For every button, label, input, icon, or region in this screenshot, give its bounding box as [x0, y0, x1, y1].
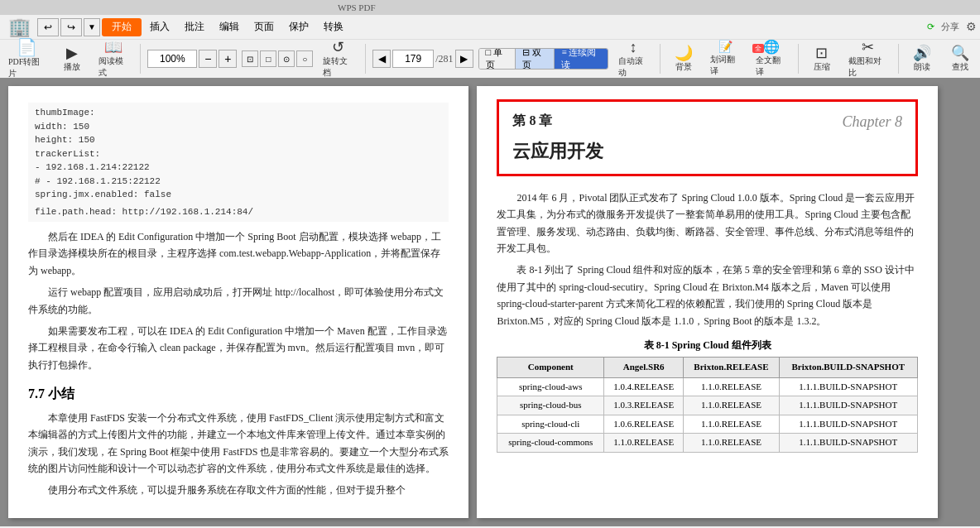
cell-angel: 1.0.3.RELEASE — [604, 396, 684, 415]
page-menu[interactable]: 页面 — [247, 20, 281, 34]
left-page: thumbImage: width: 150 height: 150 track… — [8, 86, 468, 518]
background-icon: 🌙 — [675, 46, 693, 60]
compress-label: 压缩 — [814, 61, 830, 73]
settings-icon[interactable]: ⚙ — [966, 20, 977, 34]
protect-menu[interactable]: 保护 — [282, 20, 315, 34]
edit-menu[interactable]: 编辑 — [213, 20, 246, 34]
share-button[interactable]: 分享 — [941, 21, 959, 33]
background-button[interactable]: 🌙 背景 — [667, 42, 700, 75]
find-label: 查找 — [952, 61, 968, 73]
office-icon: 🏢 — [8, 17, 31, 38]
separator3 — [660, 44, 661, 74]
word-translate-icon: 📝 — [718, 41, 733, 53]
code-line1: thumbImage: — [35, 106, 442, 120]
col-component: Component — [497, 358, 604, 378]
table-row: spring-cloud-commons 1.1.0.RELEASE 1.1.0… — [497, 434, 917, 453]
intro-para2: 表 8-1 列出了 Spring Cloud 组件和对应的版本，在第 5 章的安… — [497, 262, 917, 329]
cell-snapshot: 1.1.1.BUILD-SNAPSHOT — [779, 377, 917, 396]
audio-icon: 🔊 — [913, 46, 931, 60]
section-title: 7.7 小结 — [28, 383, 449, 405]
separator1 — [140, 44, 141, 74]
pdf-to-image-button[interactable]: 📄 PDF转图片 — [3, 42, 50, 75]
zoom-in-button[interactable]: + — [219, 50, 237, 68]
cell-angel: 1.0.6.RELEASE — [604, 415, 684, 434]
code-line2: width: 150 — [35, 120, 442, 134]
zoom-out-button[interactable]: − — [199, 50, 217, 68]
prev-page-button[interactable]: ◀ — [372, 50, 391, 68]
redo-button[interactable]: ↪ — [60, 18, 82, 36]
col-angel: Angel.SR6 — [604, 358, 684, 378]
chapter-num: 第 8 章 — [512, 110, 603, 132]
word-translate-label: 划词翻译 — [710, 54, 741, 77]
read-aloud-button[interactable]: 🔊 朗读 — [906, 42, 939, 75]
toolbar-row2: 📄 PDF转图片 ▶ 播放 📖 阅读模式 − + ⊡ □ ⊙ ○ ↺ 旋转文档 … — [0, 40, 980, 78]
read-aloud-label: 朗读 — [914, 61, 930, 73]
screenshot-button[interactable]: ✂ 截图和对比 — [843, 42, 891, 75]
zoom-input[interactable] — [147, 50, 197, 68]
single-page-button[interactable]: □ 单页 — [479, 49, 516, 69]
rotate-button[interactable]: ↺ 旋转文档 — [318, 42, 358, 75]
find-button[interactable]: 🔍 查找 — [944, 42, 977, 75]
full-translate-button[interactable]: 🌐 全文翻译 全 — [751, 42, 791, 75]
view-btn4[interactable]: ○ — [296, 50, 313, 67]
chapter-header-left: 第 8 章 云应用开发 — [512, 110, 603, 166]
page-input[interactable] — [392, 50, 434, 68]
spring-cloud-table: Component Angel.SR6 Brixton.RELEASE Brix… — [497, 357, 917, 453]
summary-para2: 使用分布式文件系统，可以提升服务系统在存取文件方面的性能，但对于提升整个 — [28, 482, 449, 498]
view-btn3[interactable]: ⊙ — [278, 50, 295, 67]
rotate-icon: ↺ — [332, 40, 344, 55]
code-line3: height: 150 — [35, 133, 442, 147]
screenshot-label: 截图和对比 — [848, 55, 886, 79]
cell-brixton: 1.1.0.RELEASE — [684, 396, 779, 415]
start-button[interactable]: 开始 — [102, 18, 142, 36]
separator4 — [798, 44, 799, 74]
translate-icon: 🌐 — [763, 41, 780, 54]
chapter-header: 第 8 章 云应用开发 Chapter 8 — [497, 99, 917, 176]
translate-label: 全文翻译 — [756, 55, 786, 78]
read-icon: 📖 — [104, 40, 122, 55]
play-label: 播放 — [64, 61, 80, 73]
start-label: 开始 — [112, 21, 132, 32]
col-brixton-snapshot: Brixton.BUILD-SNAPSHOT — [779, 358, 917, 378]
undo-button[interactable]: ↩ — [37, 18, 59, 36]
compress-button[interactable]: ⊡ 压缩 — [805, 42, 838, 75]
insert-menu[interactable]: 插入 — [143, 20, 176, 34]
translate-badge: 全 — [752, 44, 764, 53]
table-row: spring-cloud-bus 1.0.3.RELEASE 1.1.0.REL… — [497, 396, 917, 415]
page-view-toggle: □ 单页 ⊟ 双页 ≡ 连续阅读 — [478, 48, 608, 70]
read-label: 阅读模式 — [98, 55, 129, 79]
title-text: WPS PDF — [338, 2, 376, 12]
table-row: spring-cloud-aws 1.0.4.RELEASE 1.1.0.REL… — [497, 377, 917, 396]
next-page-button[interactable]: ▶ — [455, 50, 473, 68]
code-line5: - 192.168.1.214:22122 — [35, 161, 442, 175]
cell-component: spring-cloud-aws — [497, 377, 604, 396]
convert-menu[interactable]: 转换 — [317, 20, 350, 34]
background-label: 背景 — [675, 61, 692, 73]
separator5 — [898, 44, 899, 74]
office-button[interactable]: 🏢 — [3, 15, 36, 40]
view-btn2[interactable]: □ — [260, 50, 276, 67]
auto-scroll-button[interactable]: ↕ 自动滚动 — [613, 42, 654, 75]
separator2 — [365, 44, 366, 74]
paragraph2: 运行 webapp 配置项目，应用启动成功后，打开网址 http://local… — [28, 284, 449, 318]
view-btn1[interactable]: ⊡ — [242, 50, 258, 67]
code-block: thumbImage: width: 150 height: 150 track… — [28, 103, 449, 222]
comment-menu[interactable]: 批注 — [178, 20, 211, 34]
code-line8: file.path.head: http://192.168.1.214:84/ — [35, 205, 442, 219]
dropdown-button[interactable]: ▼ — [84, 18, 100, 36]
main-area: thumbImage: width: 150 height: 150 track… — [0, 78, 980, 526]
cell-component: spring-cloud-commons — [497, 434, 604, 453]
col-brixton-release: Brixton.RELEASE — [684, 358, 779, 378]
word-translate-button[interactable]: 📝 划词翻译 — [705, 42, 746, 75]
sync-icon: ⟳ — [927, 22, 934, 32]
continuous-read-button[interactable]: ≡ 连续阅读 — [555, 49, 607, 69]
page-total: /281 — [435, 53, 453, 65]
read-mode-button[interactable]: 📖 阅读模式 — [94, 42, 134, 75]
play-button[interactable]: ▶ 播放 — [55, 42, 89, 75]
cell-snapshot: 1.1.1.BUILD-SNAPSHOT — [779, 396, 917, 415]
double-page-button[interactable]: ⊟ 双页 — [516, 49, 555, 69]
intro-para1: 2014 年 6 月，Pivotal 团队正式发布了 Spring Cloud … — [497, 190, 917, 257]
pdf-icon: 📄 — [17, 39, 37, 55]
cell-snapshot: 1.1.1.BUILD-SNAPSHOT — [779, 434, 917, 453]
scroll-icon: ↕ — [629, 40, 637, 55]
